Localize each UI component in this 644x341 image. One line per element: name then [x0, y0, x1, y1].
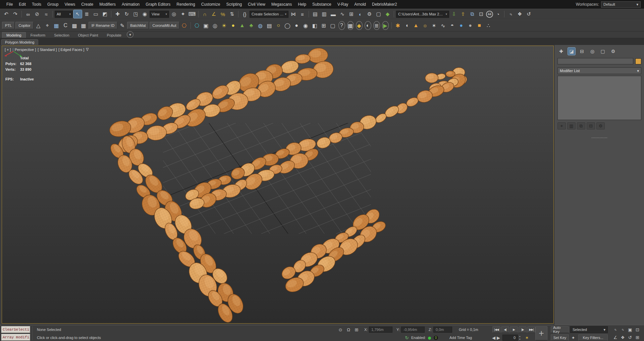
pin-stack-button[interactable]: ⌖: [557, 122, 566, 129]
go-to-end-button[interactable]: ▶▶|: [527, 326, 535, 333]
bind-spacewarp-icon[interactable]: ≈: [42, 10, 50, 18]
menu-scripting[interactable]: Scripting: [223, 0, 245, 9]
zoom-extents-button[interactable]: ▣: [627, 326, 634, 333]
orbit-tool-icon[interactable]: ↺: [525, 10, 533, 18]
menu-file[interactable]: File: [3, 0, 16, 9]
paint-tool-icon[interactable]: ✎: [118, 21, 126, 30]
ribbon-show-panels-button[interactable]: ▾: [127, 31, 133, 38]
workspaces-dropdown[interactable]: Default ▾: [601, 1, 641, 8]
select-scale-icon[interactable]: ◳: [131, 10, 140, 18]
use-pivot-center-icon[interactable]: ◎: [170, 10, 178, 18]
bulb-icon[interactable]: ○: [274, 21, 283, 30]
menu-help[interactable]: Help: [295, 0, 309, 9]
project-folder-dropdown[interactable]: C:\Users\Ant...3ds Max 2021▾: [396, 11, 449, 18]
maximize-viewport-button[interactable]: ⊞: [634, 334, 641, 341]
corona-mtl-button[interactable]: CoronaMtl-Aut: [150, 22, 179, 29]
vray-render-icon[interactable]: ◆: [356, 21, 363, 30]
help-icon[interactable]: ?: [338, 21, 345, 30]
keyboard-override-icon[interactable]: ⌨: [188, 10, 196, 18]
add-time-tag[interactable]: Add Time Tag: [449, 336, 472, 340]
next-key-icon[interactable]: ▶: [496, 335, 500, 341]
rendered-frame-window-icon[interactable]: ▢: [374, 10, 383, 18]
tab-polygon-modeling[interactable]: Polygon Modeling: [1, 39, 38, 45]
split-view-icon[interactable]: ◧: [311, 21, 319, 30]
named-selection-set-field[interactable]: Create Selection Se▾: [250, 11, 288, 18]
zoom-extents-all-button[interactable]: ⊡: [634, 326, 641, 333]
ghost-camera-icon[interactable]: ▢: [329, 21, 337, 30]
z-coord-field[interactable]: 0,0m: [433, 327, 452, 333]
menu-megascans[interactable]: Megascans: [268, 0, 295, 9]
tab-populate[interactable]: Populate: [103, 33, 125, 38]
create-tab[interactable]: ✚: [557, 48, 565, 55]
hierarchy-tab[interactable]: ⊟: [578, 48, 586, 55]
teapot-render-icon[interactable]: ◍: [256, 21, 265, 30]
isolate-selection-icon[interactable]: ⊙: [337, 327, 343, 333]
light-icon[interactable]: ☀: [220, 21, 228, 30]
sync-icon[interactable]: ↻: [404, 335, 410, 341]
cube-icon[interactable]: ■: [475, 21, 484, 30]
y-coord-field[interactable]: -0,954m: [401, 327, 425, 333]
select-place-icon[interactable]: ◉: [141, 10, 149, 18]
menu-edit[interactable]: Edit: [16, 0, 29, 9]
menu-customize[interactable]: Customize: [198, 0, 223, 9]
material-editor-icon[interactable]: ◐: [356, 10, 365, 18]
menu-v-ray[interactable]: V-Ray: [334, 0, 352, 9]
containers-icon[interactable]: ⊡: [477, 10, 485, 18]
align-icon[interactable]: ≡: [298, 10, 307, 18]
uvw-checker-icon[interactable]: ▦: [52, 21, 61, 30]
sun-icon[interactable]: ☼: [421, 21, 429, 30]
modifier-stack[interactable]: [557, 76, 641, 120]
auto-key-button[interactable]: Auto Key: [551, 326, 569, 333]
go-to-start-button[interactable]: |◀◀: [492, 326, 500, 333]
utilities-tab[interactable]: ⚙: [609, 48, 617, 55]
pan-tool-icon[interactable]: ❖: [516, 10, 524, 18]
snaps-toggle-icon[interactable]: ∩: [201, 10, 209, 18]
vray-camera-icon[interactable]: ◐: [365, 21, 371, 30]
spinner-snap-icon[interactable]: ⇅: [228, 10, 236, 18]
menu-group[interactable]: Group: [44, 0, 61, 9]
c-tool-icon[interactable]: C: [61, 21, 70, 30]
tab-modeling[interactable]: Modeling: [2, 32, 26, 38]
scatter-icon[interactable]: ✱: [394, 21, 402, 30]
remove-modifier-button[interactable]: ⊟: [587, 122, 595, 129]
reference-coordsys-dropdown[interactable]: View▾: [150, 11, 169, 18]
menu-modifiers[interactable]: Modifiers: [96, 0, 119, 9]
corona-icon[interactable]: ⎔: [180, 21, 189, 30]
toggle-ribbon-icon[interactable]: ▬: [329, 10, 337, 18]
grid-map-icon[interactable]: ▦: [79, 21, 88, 30]
orbit-button[interactable]: ↺: [627, 334, 634, 341]
next-frame-button[interactable]: |▶: [519, 326, 527, 333]
modifier-list-dropdown[interactable]: Modifier List ▾: [557, 67, 641, 74]
tab-object-paint[interactable]: Object Paint: [74, 33, 102, 38]
blue-sphere-icon[interactable]: ●: [457, 21, 466, 30]
gray-sphere-icon[interactable]: ●: [466, 21, 475, 30]
key-filters-button[interactable]: Key Filters...: [578, 334, 608, 341]
menu-civil-view[interactable]: Civil View: [245, 0, 268, 9]
dots-icon[interactable]: ∴: [484, 21, 493, 30]
perspective-viewport[interactable]: [ + ] [ Perspective ] [ Standard ] [ Edg…: [2, 46, 554, 324]
performance-badge[interactable]: 44: [486, 11, 493, 18]
if-rename-button[interactable]: IF Rename ID: [89, 22, 117, 29]
selection-filter-dropdown[interactable]: All▾: [55, 11, 73, 18]
render-production-icon[interactable]: ◆: [383, 10, 392, 18]
select-move-icon[interactable]: ✚: [113, 10, 122, 18]
motion-tab[interactable]: ◎: [589, 48, 596, 55]
viewport-menu-shading[interactable]: [ Standard ]: [38, 48, 57, 52]
selection-lock-icon[interactable]: Ω: [345, 327, 352, 333]
render-setup-icon[interactable]: ⚙: [365, 10, 374, 18]
unlink-selection-icon[interactable]: ⊘: [33, 10, 41, 18]
angle-snap-icon[interactable]: ∠: [210, 10, 218, 18]
object-name-field[interactable]: [557, 58, 633, 64]
display-tab[interactable]: ▢: [599, 48, 606, 55]
window-crossing-icon[interactable]: ◩: [101, 10, 109, 18]
select-by-name-icon[interactable]: ≣: [83, 10, 91, 18]
zoom-tool-icon[interactable]: ♀: [505, 8, 517, 20]
tree-icon[interactable]: ▲: [238, 21, 247, 30]
viewport-canvas[interactable]: [2, 46, 554, 324]
toggle-scene-explorer-icon[interactable]: ▤: [311, 10, 319, 18]
modify-tab[interactable]: ◪: [568, 48, 575, 55]
transform-tool-icon[interactable]: ⌖: [43, 21, 52, 30]
make-unique-button[interactable]: ⧉: [577, 122, 585, 129]
redo-icon[interactable]: ↷: [11, 10, 19, 18]
menu-debrismaker2[interactable]: DebrisMaker2: [369, 0, 400, 9]
